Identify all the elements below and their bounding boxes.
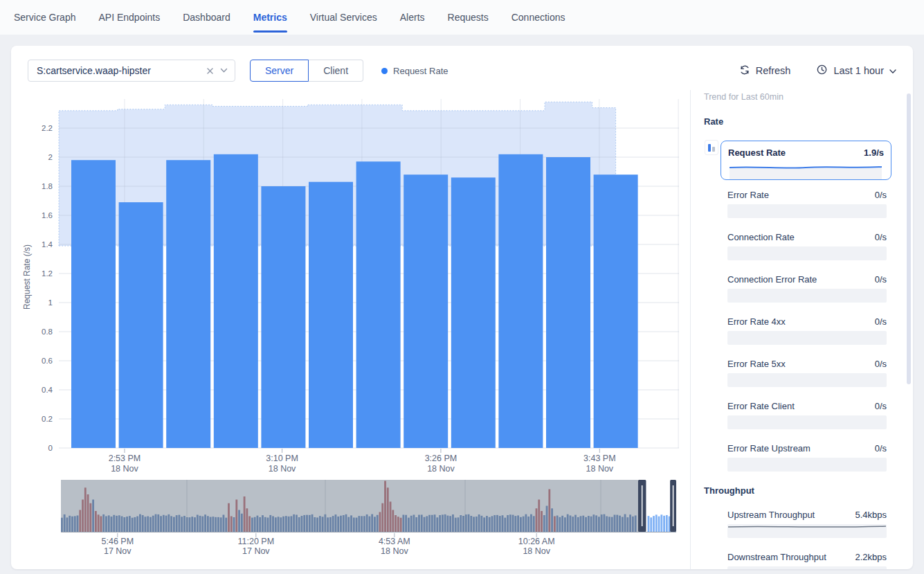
svg-text:3:26 PM: 3:26 PM [425, 454, 458, 463]
metric-value: 0/s [875, 443, 887, 454]
tab-requests[interactable]: Requests [448, 0, 489, 35]
service-selector-value: S:cartservice.waap-hipster [37, 65, 200, 76]
sidebar-item-error-rate-5xx[interactable]: Error Rate 5xx0/s [727, 359, 887, 387]
legend-label: Request Rate [393, 66, 449, 76]
svg-text:18 Nov: 18 Nov [523, 546, 550, 556]
sidebar-section-title: Throughput [704, 485, 898, 496]
svg-text:1.8: 1.8 [42, 182, 53, 190]
svg-text:18 Nov: 18 Nov [111, 464, 138, 474]
toggle-server[interactable]: Server [250, 60, 309, 82]
svg-text:18 Nov: 18 Nov [381, 546, 408, 556]
request-rate-chart: 00.20.40.60.811.21.41.61.822.2Request Ra… [11, 90, 703, 488]
sidebar-section-title: Rate [704, 116, 898, 127]
sidebar-item-error-rate-client[interactable]: Error Rate Client0/s [727, 401, 887, 429]
svg-text:5:46 PM: 5:46 PM [102, 537, 134, 546]
metric-label: Error Rate Upstream [727, 443, 810, 454]
metric-sparkline-area [727, 458, 887, 472]
tab-api-endpoints[interactable]: API Endpoints [98, 0, 160, 35]
tab-connections[interactable]: Connections [511, 0, 565, 35]
metric-value: 5.4kbps [855, 510, 887, 521]
metric-label: Connection Error Rate [727, 274, 817, 285]
sidebar-item-downstream-throughput[interactable]: Downstream Throughput2.2kbps [727, 552, 887, 569]
svg-text:1.6: 1.6 [42, 211, 53, 219]
metric-value: 0/s [875, 190, 887, 201]
svg-text:0.2: 0.2 [42, 415, 53, 423]
metric-row: Error Rate 5xx0/s [727, 359, 887, 370]
metric-row: Error Rate 4xx0/s [727, 316, 887, 328]
metric-label: Error Rate 5xx [727, 359, 786, 370]
svg-text:10:26 AM: 10:26 AM [518, 537, 555, 546]
metric-value: 1.9/s [864, 147, 884, 159]
sidebar-section-throughput: ThroughputUpstream Throughput5.4kbpsDown… [704, 485, 898, 569]
metric-sparkline-area [727, 289, 887, 303]
chart-toolbar: S:cartservice.waap-hipster ServerClient … [28, 60, 896, 82]
metric-value: 0/s [875, 359, 887, 370]
time-range-label: Last 1 hour [833, 65, 884, 76]
request-rate-legend: Request Rate [381, 66, 449, 76]
request-rate-sparkline [728, 163, 883, 179]
toggle-client[interactable]: Client [309, 60, 363, 82]
metric-row: Downstream Throughput2.2kbps [727, 552, 887, 563]
metric-row: Error Rate Upstream0/s [727, 443, 887, 454]
metric-card-selected[interactable]: Request Rate1.9/s [721, 141, 891, 180]
sidebar-item-upstream-throughput[interactable]: Upstream Throughput5.4kbps [727, 510, 887, 538]
metric-value: 2.2kbps [855, 552, 887, 563]
metric-label: Error Rate 4xx [727, 316, 786, 328]
bar-chart-icon [705, 141, 718, 154]
svg-text:1.4: 1.4 [42, 240, 53, 249]
tab-service-graph[interactable]: Service Graph [14, 0, 75, 35]
svg-text:0.6: 0.6 [42, 357, 53, 365]
tab-bar: Service GraphAPI EndpointsDashboardMetri… [0, 0, 924, 35]
metric-row: Upstream Throughput5.4kbps [727, 510, 887, 521]
scrollbar-thumb[interactable] [907, 93, 911, 384]
metric-row: Request Rate1.9/s [728, 147, 884, 159]
service-selector[interactable]: S:cartservice.waap-hipster [28, 60, 235, 82]
metric-sparkline-area [727, 524, 887, 538]
metric-value: 0/s [875, 274, 887, 285]
svg-text:3:10 PM: 3:10 PM [266, 454, 298, 463]
refresh-button[interactable]: Refresh [739, 64, 791, 78]
tab-alerts[interactable]: Alerts [400, 0, 425, 35]
brush-overlay[interactable] [61, 480, 638, 532]
sidebar-divider [690, 90, 691, 569]
sidebar-section-rate: RateRequest Rate1.9/sError Rate0/sConnec… [704, 116, 898, 472]
time-range-selector[interactable]: Last 1 hour [816, 64, 896, 78]
refresh-icon [739, 64, 750, 78]
svg-text:18 Nov: 18 Nov [269, 464, 296, 474]
tab-virtual-services[interactable]: Virtual Services [310, 0, 377, 35]
toolbar-right: Refresh Last 1 hour [739, 64, 896, 78]
metric-label: Error Rate Client [727, 401, 795, 412]
close-icon[interactable] [206, 67, 214, 75]
svg-text:18 Nov: 18 Nov [586, 464, 614, 474]
tab-dashboard[interactable]: Dashboard [183, 0, 230, 35]
svg-text:2.2: 2.2 [42, 124, 53, 132]
metric-label: Connection Rate [727, 232, 795, 243]
sidebar-item-connection-error-rate[interactable]: Connection Error Rate0/s [727, 274, 887, 303]
metric-label: Error Rate [727, 190, 769, 201]
metrics-panel: S:cartservice.waap-hipster ServerClient … [11, 46, 913, 569]
clock-icon [816, 64, 828, 78]
svg-text:0.4: 0.4 [42, 386, 53, 394]
tab-metrics[interactable]: Metrics [253, 0, 287, 35]
svg-text:11:20 PM: 11:20 PM [238, 537, 275, 546]
chevron-down-icon[interactable] [220, 68, 228, 73]
metric-sparkline-area [727, 204, 887, 218]
svg-text:17 Nov: 17 Nov [242, 546, 270, 556]
svg-text:0: 0 [48, 444, 53, 452]
svg-text:3:43 PM: 3:43 PM [583, 454, 616, 463]
svg-text:18 Nov: 18 Nov [427, 464, 455, 474]
sidebar-item-error-rate-4xx[interactable]: Error Rate 4xx0/s [727, 316, 887, 345]
metric-value: 0/s [875, 232, 887, 243]
svg-text:0.8: 0.8 [42, 328, 53, 336]
server-client-toggle: ServerClient [250, 60, 363, 82]
svg-text:1: 1 [48, 298, 53, 307]
sidebar-item-connection-rate[interactable]: Connection Rate0/s [727, 232, 887, 260]
metric-row: Error Rate0/s [727, 190, 887, 201]
sidebar-item-error-rate[interactable]: Error Rate0/s [727, 190, 887, 218]
svg-text:2: 2 [48, 153, 53, 161]
metric-sparkline-area [727, 373, 887, 387]
sidebar-item-error-rate-upstream[interactable]: Error Rate Upstream0/s [727, 443, 887, 472]
legend-dot-icon [381, 68, 388, 74]
sidebar-item-request-rate: Request Rate1.9/s [721, 141, 891, 180]
svg-text:17 Nov: 17 Nov [104, 546, 132, 556]
